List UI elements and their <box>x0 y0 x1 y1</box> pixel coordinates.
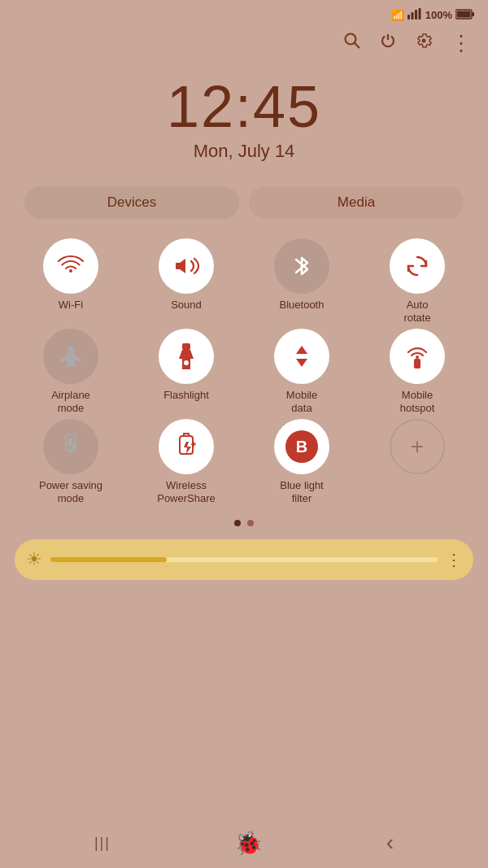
tab-row: Devices Media <box>0 170 488 227</box>
qs-autorotate-label: Autorotate <box>403 299 430 324</box>
qs-bluetooth[interactable]: Bluetooth <box>246 238 358 324</box>
page-dots <box>0 517 488 534</box>
qs-hotspot[interactable]: Mobilehotspot <box>361 329 473 414</box>
qs-flashlight-label: Flashlight <box>163 389 209 402</box>
qs-flashlight[interactable]: Flashlight <box>130 329 242 414</box>
qs-airplane[interactable]: Airplanemode <box>15 329 127 414</box>
qs-powersaving-label: Power savingmode <box>39 479 102 504</box>
nav-back-icon[interactable]: ‹ <box>386 830 394 856</box>
qs-wifi[interactable]: Wi-Fi <box>15 238 127 324</box>
clock-area: 12:45 Mon, July 14 <box>0 61 488 170</box>
qs-powershare-label: WirelessPowerShare <box>157 479 216 504</box>
qs-add-circle: + <box>390 419 445 474</box>
qs-autorotate[interactable]: Autorotate <box>361 238 473 324</box>
qs-mobiledata-label: Mobiledata <box>286 389 317 414</box>
qs-flashlight-circle <box>159 329 214 384</box>
svg-rect-5 <box>457 11 471 17</box>
status-bar: 📶 100% <box>0 0 488 25</box>
brightness-row[interactable]: ☀ ⋮ <box>15 539 473 580</box>
clock-time: 12:45 <box>0 77 488 136</box>
battery-status: 100% <box>425 9 452 21</box>
qs-powershare[interactable]: WirelessPowerShare <box>130 419 242 504</box>
qs-bluelight-circle: B <box>274 419 329 474</box>
qs-airplane-label: Airplanemode <box>51 389 90 414</box>
qs-sound-circle <box>159 238 214 294</box>
svg-rect-9 <box>182 343 190 350</box>
qs-bluelight[interactable]: B Blue lightfilter <box>246 419 358 504</box>
brightness-track[interactable] <box>50 557 438 562</box>
power-button[interactable] <box>379 32 397 55</box>
qs-wifi-circle <box>43 238 98 294</box>
qs-hotspot-label: Mobilehotspot <box>400 389 435 414</box>
settings-button[interactable] <box>415 32 433 55</box>
tab-media[interactable]: Media <box>249 186 464 219</box>
action-bar: ⋮ <box>0 25 488 61</box>
qs-powersaving[interactable]: Power savingmode <box>15 419 127 504</box>
nav-recents-icon[interactable]: ||| <box>94 835 111 852</box>
qs-add[interactable]: + <box>361 419 473 504</box>
brightness-fill <box>50 557 167 562</box>
qs-wifi-label: Wi-Fi <box>59 299 83 312</box>
qs-bluetooth-label: Bluetooth <box>280 299 325 312</box>
qs-bluelight-label: Blue lightfilter <box>280 479 323 504</box>
svg-rect-6 <box>472 12 474 16</box>
page-dot-2 <box>247 520 254 526</box>
qs-mobiledata[interactable]: Mobiledata <box>246 329 358 414</box>
svg-rect-3 <box>418 8 420 20</box>
qs-airplane-circle <box>43 329 98 384</box>
svg-rect-1 <box>411 12 413 20</box>
brightness-icon: ☀ <box>26 549 42 570</box>
svg-point-10 <box>184 360 189 365</box>
battery-icon <box>455 9 475 22</box>
qs-bluetooth-circle <box>274 238 329 294</box>
nav-home-icon[interactable]: 🐞 <box>234 830 263 857</box>
svg-rect-0 <box>407 15 410 20</box>
more-button[interactable]: ⋮ <box>451 33 472 54</box>
wifi-status-icon: 📶 <box>391 9 404 21</box>
qs-autorotate-circle <box>390 238 445 294</box>
clock-date: Mon, July 14 <box>0 141 488 162</box>
page-dot-1 <box>234 520 241 526</box>
svg-line-8 <box>355 43 360 49</box>
nav-bar: ||| 🐞 ‹ <box>0 818 488 868</box>
svg-rect-2 <box>415 10 417 20</box>
tab-devices[interactable]: Devices <box>24 186 239 219</box>
qs-sound[interactable]: Sound <box>130 238 242 324</box>
signal-icon <box>407 8 422 22</box>
qs-hotspot-circle <box>390 329 445 384</box>
qs-powersaving-circle <box>43 419 98 474</box>
svg-rect-11 <box>414 359 420 369</box>
brightness-more-button[interactable]: ⋮ <box>446 550 462 569</box>
qs-sound-label: Sound <box>171 299 202 312</box>
qs-powershare-circle <box>159 419 214 474</box>
qs-mobiledata-circle <box>274 329 329 384</box>
svg-point-12 <box>416 355 419 359</box>
search-button[interactable] <box>343 32 361 55</box>
quick-settings-grid: Wi-Fi Sound Bluetooth <box>0 227 488 517</box>
